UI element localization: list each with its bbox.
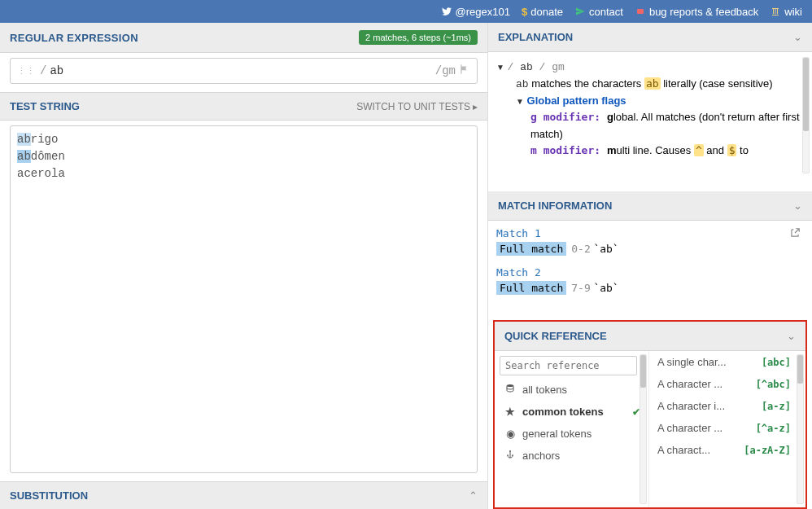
chevron-down-icon[interactable]: ⌄ — [787, 330, 796, 342]
test-line: abdômen — [17, 148, 470, 165]
explanation-title: EXPLANATION — [498, 31, 573, 43]
contact-link[interactable]: contact — [574, 6, 623, 18]
wiki-icon — [770, 6, 781, 17]
chevron-down-icon[interactable]: ⌄ — [793, 31, 802, 43]
wiki-link[interactable]: wiki — [770, 6, 802, 18]
match-label: Match 2 — [496, 266, 804, 279]
match-block: Match 1 Full match0-2 `ab` — [496, 227, 804, 255]
quickref-search-input[interactable] — [500, 356, 637, 375]
full-match-badge: Full match — [496, 281, 566, 295]
regex-close-delim: / — [435, 64, 442, 77]
twitter-link[interactable]: @regex101 — [441, 6, 510, 18]
regex-section-head: REGULAR EXPRESSION 2 matches, 6 steps (~… — [0, 23, 487, 53]
svg-rect-0 — [637, 9, 644, 14]
regex-title: REGULAR EXPRESSION — [10, 32, 138, 44]
substitution-title: SUBSTITUTION — [10, 489, 88, 502]
category-common-tokens[interactable]: ★ common tokens ✔ — [495, 401, 648, 423]
match-info-title: MATCH INFORMATION — [498, 200, 612, 212]
quickref-item[interactable]: A charact...[a-zA-Z] — [649, 439, 805, 461]
twitter-label: @regex101 — [456, 6, 510, 18]
quickref-title: QUICK REFERENCE — [504, 330, 607, 342]
quickref-item[interactable]: A character ...[^a-z] — [649, 417, 805, 439]
anchor-icon — [504, 450, 516, 462]
donate-label: donate — [530, 6, 563, 18]
test-line: acerola — [17, 165, 470, 182]
quick-reference-panel: QUICK REFERENCE ⌄ all tokens ★ common to… — [493, 320, 807, 509]
quickref-item[interactable]: A single char...[abc] — [649, 351, 805, 373]
match-highlight: ab — [17, 133, 31, 146]
twitter-icon — [441, 6, 452, 17]
star-icon: ★ — [504, 406, 516, 418]
drag-handle-icon: ⋮⋮ — [17, 66, 35, 77]
teststring-head: TEST STRING SWITCH TO UNIT TESTS ▸ — [0, 92, 487, 121]
database-icon — [504, 384, 516, 396]
teststring-title: TEST STRING — [10, 100, 80, 112]
donate-link[interactable]: $ donate — [522, 6, 563, 18]
match-count-badge: 2 matches, 6 steps (~1ms) — [359, 30, 478, 45]
triangle-down-icon[interactable]: ▼ — [516, 97, 524, 106]
quickref-items: A single char...[abc] A character ...[^a… — [649, 351, 805, 507]
bug-icon — [635, 6, 646, 17]
explanation-body: ▼ / ab / gm ab matches the characters ab… — [488, 52, 812, 178]
quickref-categories: all tokens ★ common tokens ✔ ◉ general t… — [495, 351, 649, 507]
scrollbar[interactable] — [802, 57, 810, 173]
topbar: @regex101 $ donate contact bug reports &… — [0, 0, 812, 23]
switch-label: SWITCH TO UNIT TESTS — [356, 101, 470, 112]
bugs-label: bug reports & feedback — [649, 6, 758, 18]
quickref-item[interactable]: A character ...[^abc] — [649, 373, 805, 395]
match-info-body: Match 1 Full match0-2 `ab` Match 2 Full … — [488, 221, 812, 315]
explanation-panel: EXPLANATION ⌄ ▼ / ab / gm ab matches the… — [488, 23, 812, 178]
regex-open-delim: / — [40, 64, 46, 77]
svg-point-2 — [509, 450, 511, 452]
wiki-label: wiki — [784, 6, 802, 18]
category-general-tokens[interactable]: ◉ general tokens — [495, 423, 648, 445]
quickref-item[interactable]: A character i...[a-z] — [649, 395, 805, 417]
chevron-down-icon[interactable]: ⌄ — [793, 200, 802, 212]
full-match-badge: Full match — [496, 242, 566, 256]
category-all-tokens[interactable]: all tokens — [495, 379, 648, 401]
export-icon[interactable] — [789, 227, 801, 241]
flag-icon[interactable] — [459, 64, 470, 78]
bugs-link[interactable]: bug reports & feedback — [635, 6, 758, 18]
chevron-up-icon: ⌃ — [469, 489, 478, 502]
match-block: Match 2 Full match7-9 `ab` — [496, 266, 804, 294]
match-info-panel: MATCH INFORMATION ⌄ Match 1 Full match0-… — [488, 191, 812, 315]
contact-label: contact — [589, 6, 623, 18]
match-highlight: ab — [17, 150, 31, 163]
regex-pattern: ab — [50, 64, 434, 77]
match-label: Match 1 — [496, 227, 804, 239]
dollar-icon: $ — [522, 6, 527, 18]
switch-unit-tests-link[interactable]: SWITCH TO UNIT TESTS ▸ — [356, 101, 478, 112]
regex-input[interactable]: ⋮⋮ / ab / gm — [10, 58, 478, 84]
send-icon — [574, 6, 586, 17]
regex-flags: gm — [442, 64, 456, 77]
scrollbar[interactable] — [797, 354, 804, 504]
triangle-down-icon[interactable]: ▼ — [496, 63, 504, 72]
target-icon: ◉ — [504, 428, 516, 440]
scrollbar[interactable] — [640, 354, 647, 504]
test-line: abrigo — [17, 131, 470, 148]
category-anchors[interactable]: anchors — [495, 445, 648, 467]
svg-point-1 — [507, 384, 513, 387]
substitution-head[interactable]: SUBSTITUTION ⌃ — [0, 481, 487, 509]
chevron-right-icon: ▸ — [473, 101, 478, 112]
test-string-input[interactable]: abrigo abdômen acerola — [10, 125, 478, 473]
